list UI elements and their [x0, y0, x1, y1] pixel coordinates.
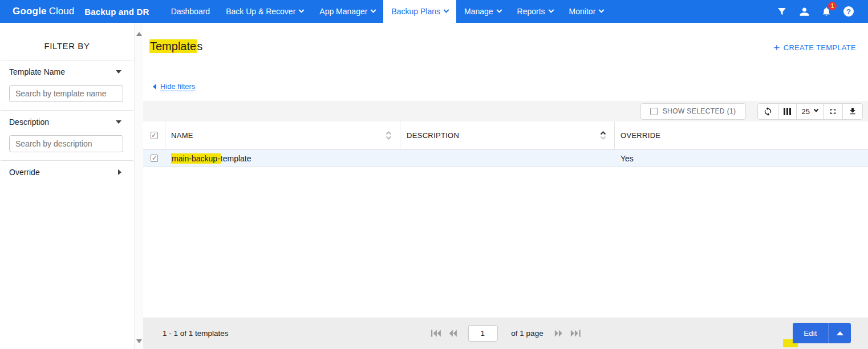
page-count-label: of 1 page	[511, 329, 543, 338]
filter-by-title: FILTER BY	[0, 23, 134, 60]
edit-split-button: Edit	[793, 323, 851, 343]
show-selected-checkbox[interactable]	[650, 108, 658, 115]
chevron-down-icon	[814, 107, 818, 112]
column-header-description[interactable]: DESCRIPTION	[400, 121, 615, 150]
nav-menu: Dashboard Back Up & Recover App Manager …	[163, 0, 612, 23]
nav-item-manage[interactable]: Manage	[456, 0, 509, 23]
nav-item-backup-plans[interactable]: Backup Plans	[383, 0, 456, 23]
help-icon[interactable]: ?	[843, 6, 854, 17]
row-count-text: 1 - 1 of 1 templates	[163, 329, 229, 338]
collapse-caret-icon	[116, 70, 121, 74]
filter-section-template-name: Template Name	[0, 60, 134, 110]
sort-icon[interactable]	[386, 131, 392, 140]
override-section-header[interactable]: Override	[9, 168, 125, 177]
page-size-select[interactable]: 25	[797, 104, 824, 119]
fullscreen-icon	[829, 107, 837, 116]
row-checkbox-cell: ✓	[143, 150, 165, 167]
select-all-cell: ✓	[143, 121, 165, 150]
edit-dropdown-button[interactable]	[829, 323, 851, 343]
hide-filters-link[interactable]: Hide filters	[153, 82, 195, 91]
chevron-down-icon	[599, 7, 605, 13]
filter-sidebar: FILTER BY Template Name Description	[0, 23, 134, 349]
pagination: of 1 page	[431, 325, 580, 342]
google-logo: Google	[13, 6, 47, 17]
refresh-icon	[763, 107, 773, 116]
column-header-override[interactable]: OVERRIDE	[615, 121, 868, 150]
template-name-section-header[interactable]: Template Name	[9, 67, 125, 76]
page-title: Templates	[149, 40, 202, 53]
chevron-down-icon	[548, 7, 554, 13]
brand: Google Cloud Backup and DR	[0, 0, 149, 23]
title-highlight: Template	[149, 39, 197, 53]
filter-section-description: Description	[0, 111, 134, 160]
fullscreen-button[interactable]	[824, 104, 843, 119]
column-header-name[interactable]: NAME	[165, 121, 400, 150]
last-page-button[interactable]	[570, 330, 581, 337]
row-description-cell	[400, 150, 615, 167]
filter-section-override: Override	[0, 161, 134, 185]
row-override-cell: Yes	[615, 150, 868, 167]
app-window: Google Cloud Backup and DR Dashboard Bac…	[0, 0, 868, 349]
nav-right-icons: 1 ?	[776, 0, 868, 23]
nav-item-reports[interactable]: Reports	[509, 0, 561, 23]
template-name-search-input[interactable]	[9, 85, 123, 102]
main-content: Templates + CREATE TEMPLATE Hide filters…	[143, 23, 868, 349]
scroll-up-arrow-icon[interactable]	[136, 32, 142, 36]
row-name-cell[interactable]: main-backup-template	[165, 150, 400, 167]
nav-item-monitor[interactable]: Monitor	[561, 0, 612, 23]
download-icon	[848, 107, 857, 116]
page-number-input[interactable]	[468, 325, 497, 342]
edit-button[interactable]: Edit	[793, 323, 829, 343]
columns-icon	[784, 108, 791, 115]
product-title: Backup and DR	[84, 7, 149, 17]
first-page-button[interactable]	[431, 330, 441, 337]
table-header-row: ✓ NAME DESCRIPTION OVERRIDE	[143, 121, 868, 150]
nav-item-backup-recover[interactable]: Back Up & Recover	[218, 0, 311, 23]
user-icon[interactable]	[798, 6, 810, 17]
scroll-down-arrow-icon[interactable]	[136, 339, 142, 343]
nav-item-dashboard[interactable]: Dashboard	[163, 0, 218, 23]
table-row[interactable]: ✓ main-backup-template Yes	[143, 150, 868, 167]
collapse-caret-icon	[116, 120, 121, 124]
create-template-button[interactable]: + CREATE TEMPLATE	[773, 43, 856, 52]
triangle-left-icon	[153, 84, 156, 90]
filter-icon[interactable]	[776, 6, 788, 17]
notification-badge: 1	[828, 2, 837, 10]
table-footer: 1 - 1 of 1 templates of 1 page	[143, 318, 868, 349]
refresh-button[interactable]	[758, 104, 778, 119]
show-selected-button[interactable]: SHOW SELECTED (1)	[640, 103, 746, 120]
previous-page-button[interactable]	[448, 330, 457, 337]
chevron-down-icon	[496, 7, 502, 13]
cloud-logo: Cloud	[49, 6, 74, 17]
select-all-checkbox[interactable]: ✓	[151, 132, 158, 139]
download-button[interactable]	[843, 104, 862, 119]
row-checkbox[interactable]: ✓	[151, 155, 158, 162]
chevron-down-icon	[299, 7, 305, 13]
chevron-down-icon	[371, 7, 376, 13]
table-toolbar: SHOW SELECTED (1) 25	[143, 101, 868, 121]
next-page-button[interactable]	[554, 330, 563, 337]
bell-icon[interactable]: 1	[821, 6, 832, 17]
top-navigation-bar: Google Cloud Backup and DR Dashboard Bac…	[0, 0, 868, 23]
triangle-up-icon	[837, 331, 843, 335]
name-highlight: main-backup-	[171, 153, 221, 164]
vertical-scrollbar[interactable]	[134, 23, 143, 349]
sort-ascending-icon[interactable]	[600, 131, 606, 140]
expand-caret-icon	[118, 169, 121, 175]
columns-button[interactable]	[778, 104, 797, 119]
description-search-input[interactable]	[9, 135, 123, 152]
plus-icon: +	[773, 44, 780, 52]
description-section-header[interactable]: Description	[9, 117, 125, 127]
chevron-down-icon	[444, 7, 449, 13]
table-actions-group: 25	[757, 103, 863, 120]
nav-item-app-manager[interactable]: App Manager	[311, 0, 383, 23]
